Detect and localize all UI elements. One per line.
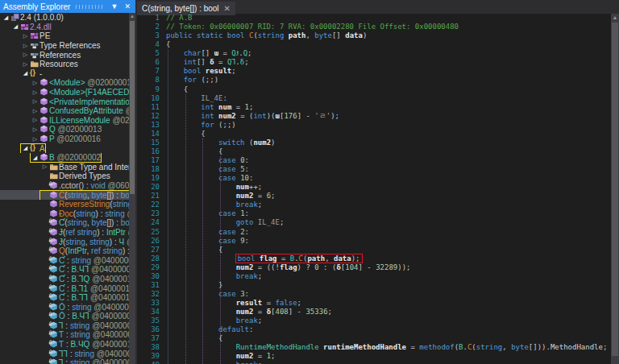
tree-scrollbar[interactable]: ▲: [129, 13, 135, 364]
tree-item[interactable]: ReverseString(string) :: [0, 200, 129, 209]
expander-expanded-icon[interactable]: ◢: [11, 23, 20, 30]
expander-collapsed-icon[interactable]: ▷: [31, 98, 39, 105]
tree-item[interactable]: ▷Q @02000013: [0, 125, 129, 134]
code-line: 3public static bool C(string path, byte[…: [137, 31, 611, 40]
tree-item[interactable]: Ƈ : string @04000007: [0, 255, 129, 265]
expander-collapsed-icon[interactable]: ▷: [31, 89, 39, 96]
tree-item[interactable]: ▷Base Type and Interfac: [0, 163, 129, 172]
line-number: 3: [137, 31, 160, 40]
tree-item-label: -: [39, 69, 42, 78]
expander-collapsed-icon[interactable]: ▷: [21, 52, 30, 58]
tree-item[interactable]: C(string, byte[]) : bool: [0, 190, 129, 200]
tree-item[interactable]: Derived Types: [0, 172, 129, 181]
tree-item-label: Ƭ : string @04000002: [59, 330, 129, 339]
tree-item[interactable]: ◢B @02000002: [0, 153, 129, 163]
assembly-explorer-titlebar[interactable]: Assembly Explorer ▼ ✕: [0, 0, 135, 13]
code-text: {: [166, 147, 222, 156]
expander-collapsed-icon[interactable]: ▷: [40, 163, 49, 170]
tree-item[interactable]: ▷Type References: [0, 41, 129, 51]
code-text: {: [166, 130, 206, 139]
expander-expanded-icon[interactable]: ◢: [2, 14, 10, 21]
assembly-tree[interactable]: ◢2.4 (1.0.0.0)◢2.4.dll▷PE▷Type Reference…: [0, 13, 129, 364]
tree-item[interactable]: Ꞁ : string @04000001: [0, 358, 129, 364]
tree-item-label: ꞀꞀ : string @0400000E: [59, 350, 129, 358]
tree-item[interactable]: Ƈ : B.Ꞁ1 @04000014: [0, 283, 129, 293]
code-line: 12 int num2 = (int)(ɯ[176] - 'ㄹ');: [137, 112, 611, 121]
expander-collapsed-icon[interactable]: ▷: [31, 117, 39, 123]
tree-item[interactable]: ▷Resources: [0, 60, 129, 69]
expander-expanded-icon[interactable]: ◢: [21, 70, 30, 77]
editor-scrollbar[interactable]: ▲: [611, 14, 619, 364]
tree-item[interactable]: Q(IntPtr, ref string) : In: [0, 246, 129, 256]
method-icon: [49, 200, 59, 209]
tree-item[interactable]: Ƈ(string, byte[]) : bool: [0, 218, 129, 228]
tree-item[interactable]: ▷PE: [0, 31, 129, 41]
tree-item[interactable]: Ƭ : string @04000002: [0, 330, 129, 340]
tree-item-content: ▷P @02000016: [31, 134, 101, 143]
expander-collapsed-icon[interactable]: ▷: [31, 108, 39, 114]
tree-item[interactable]: ꞀꞀ : string @0400000E: [0, 349, 129, 358]
tree-item-content: Ꞁ : string @04000003: [40, 321, 129, 330]
code-line: 40 break;: [137, 361, 611, 364]
expander-collapsed-icon[interactable]: ▷: [21, 61, 30, 68]
red-highlight-box: bool flag = B.Ƈ(path, data);: [235, 254, 363, 263]
line-number: 38: [137, 343, 160, 352]
tree-item-label: Ƈ : B.ЧꞀ @0400000D: [59, 265, 129, 274]
tree-item[interactable]: Ɉ(string, string) : Ч @0: [0, 237, 129, 246]
editor-scrollbar-thumb[interactable]: [612, 23, 618, 356]
tree-item[interactable]: ▷ConfusedByAttribute @020: [0, 106, 129, 116]
tree-item[interactable]: ▷<Module> @02000001: [0, 78, 129, 88]
tree-item[interactable]: Ƈ : B.ꞀQ @04000012: [0, 275, 129, 284]
line-number: 34: [137, 308, 160, 316]
code-line: 16 {: [137, 147, 611, 156]
tree-item[interactable]: Đọc(string) : string @0: [0, 209, 129, 218]
expander-expanded-icon[interactable]: ◢: [31, 155, 39, 161]
tree-item[interactable]: ▷ILLicenseModule @02000: [0, 116, 129, 126]
tree-item[interactable]: .cctor() : void @06000: [0, 181, 129, 191]
code-text: num++;: [166, 183, 262, 192]
expander-expanded-icon[interactable]: ◢: [21, 145, 30, 151]
expander-collapsed-icon[interactable]: ▷: [31, 80, 39, 86]
panel-close-icon[interactable]: ✕: [123, 0, 132, 13]
tree-item[interactable]: ▷<Module>{F14AECED-1C: [0, 88, 129, 97]
class-icon: [39, 134, 49, 143]
code-line: 23 case 1:: [137, 209, 611, 218]
tree-item[interactable]: ◢{}-: [0, 69, 129, 79]
code-line: 9 {: [137, 85, 611, 94]
tree-item[interactable]: ▷<PrivateImplementationD: [0, 97, 129, 106]
tree-item-label: Ƭ : B.ЧQ @04000010: [59, 340, 129, 349]
tree-item[interactable]: ◢{}A: [0, 143, 129, 153]
line-number: 20: [137, 183, 160, 192]
tree-item[interactable]: Ƈ : B.ꞀꞀ @04000015: [0, 293, 129, 303]
tree-item[interactable]: ◢2.4.dll: [0, 23, 129, 32]
tree-item[interactable]: Ƭ : B.ЧQ @04000010: [0, 340, 129, 350]
tree-item[interactable]: Ƈ : B.ЧꞀ @0400000D: [0, 265, 129, 275]
tree-scrollbar-thumb[interactable]: [130, 21, 135, 194]
expander-collapsed-icon[interactable]: ▷: [31, 136, 39, 143]
tree-item[interactable]: ▷P @02000016: [0, 134, 129, 144]
tree-item[interactable]: Ō : string @04000008: [0, 302, 129, 312]
tree-item[interactable]: ▷References: [0, 50, 129, 60]
line-number: 37: [137, 334, 160, 343]
method-icon: [49, 218, 59, 227]
window-position-menu-icon[interactable]: ▼: [110, 0, 120, 13]
scroll-up-icon[interactable]: ▲: [611, 14, 619, 22]
scroll-up-icon[interactable]: ▲: [129, 13, 135, 20]
tree-item[interactable]: Ɉ(ref string) : IntPtr @: [0, 228, 129, 238]
expander-collapsed-icon[interactable]: ▷: [31, 126, 39, 133]
code-text: {: [166, 40, 170, 49]
code-text: default:: [166, 325, 253, 334]
expander-collapsed-icon[interactable]: ▷: [21, 43, 30, 49]
tree-item[interactable]: ◢2.4 (1.0.0.0): [0, 13, 129, 23]
tree-item[interactable]: Ꞁ : string @04000003: [0, 321, 129, 331]
code-text: num2 = δ[408] - 35336;: [166, 308, 332, 316]
line-number: 35: [137, 316, 160, 325]
tab-close-icon[interactable]: ✕: [224, 4, 231, 13]
tree-item[interactable]: Ō : B.ЧꞀ @0400000E: [0, 312, 129, 321]
expander-collapsed-icon[interactable]: ▷: [21, 33, 30, 39]
code-editor[interactable]: 1// A.B2// Token: 0x06000007 RID: 7 RVA:…: [137, 14, 611, 364]
tree-item-content: Derived Types: [40, 172, 110, 180]
line-number: 17: [137, 156, 160, 165]
code-text: switch (num2): [166, 139, 276, 147]
field-icon: [49, 265, 59, 274]
